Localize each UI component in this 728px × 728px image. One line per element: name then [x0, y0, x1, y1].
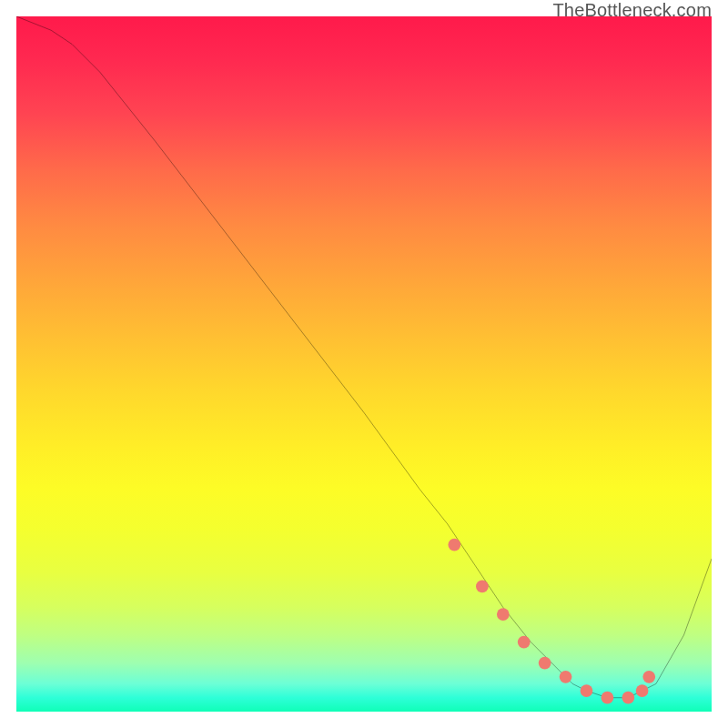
svg-point-3: [518, 636, 531, 649]
attribution-label: TheBottleneck.com: [552, 0, 712, 21]
marker-dots: [16, 16, 712, 712]
svg-point-0: [448, 539, 460, 551]
svg-point-7: [602, 692, 614, 704]
plot-area: [16, 16, 712, 712]
svg-point-4: [539, 657, 551, 670]
curve-line: [16, 16, 712, 712]
svg-point-5: [560, 671, 572, 683]
svg-point-6: [581, 684, 593, 697]
svg-point-9: [636, 684, 649, 697]
svg-point-10: [642, 671, 655, 683]
svg-point-8: [622, 692, 634, 704]
chart-container: TheBottleneck.com: [0, 0, 728, 728]
svg-point-1: [476, 581, 489, 593]
svg-point-2: [497, 608, 510, 621]
